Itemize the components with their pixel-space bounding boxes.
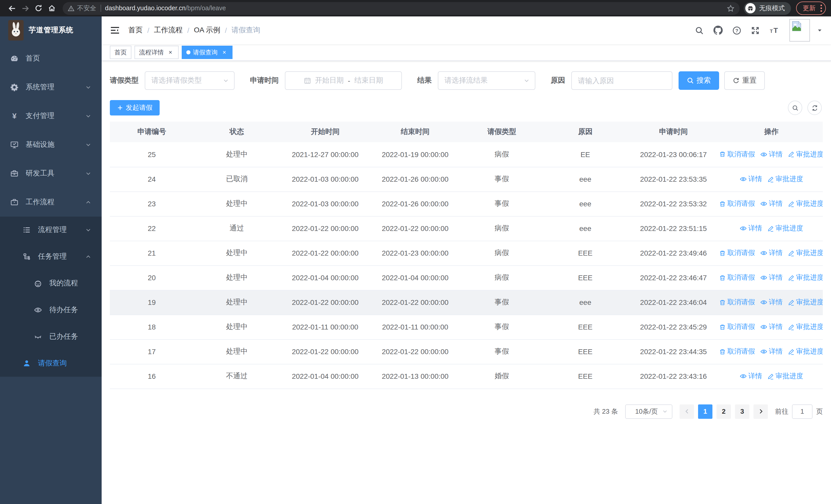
chevron-down-icon [662,409,668,414]
action-审批进度[interactable]: 审批进度 [788,150,823,159]
action-审批进度[interactable]: 审批进度 [767,175,803,184]
action-详情[interactable]: 详情 [760,150,783,159]
reason-input[interactable] [578,77,666,85]
action-审批进度[interactable]: 审批进度 [767,224,803,233]
action-详情[interactable]: 详情 [760,347,783,356]
action-取消请假[interactable]: 取消请假 [720,248,755,258]
tab-流程详情[interactable]: 流程详情× [135,46,179,59]
breadcrumb-item[interactable]: 首页 [128,26,143,35]
action-取消请假[interactable]: 取消请假 [720,298,755,307]
page-button-2[interactable]: 2 [717,404,731,419]
sidebar-item-请假查询[interactable]: 请假查询 [0,350,102,377]
close-icon[interactable]: × [167,49,174,56]
prev-page-button[interactable] [680,404,694,419]
yen-icon: ¥ [10,112,19,120]
filter-reason: 原因 [551,71,672,90]
action-详情[interactable]: 详情 [760,248,783,258]
action-取消请假[interactable]: 取消请假 [720,273,755,282]
date-range-picker[interactable]: 开始日期 - 结束日期 [285,71,402,90]
search-icon[interactable] [695,26,704,35]
pagination: 共 23 条 10条/页 123 前往 页 [110,404,823,419]
create-leave-button[interactable]: 发起请假 [110,100,160,116]
sidebar-item-待办任务[interactable]: 待办任务 [0,297,102,323]
sidebar-item-首页[interactable]: 首页 [0,44,102,73]
close-icon[interactable]: × [221,49,228,56]
cell-apply_time: 2022-01-22 23:53:32 [627,191,720,216]
hide-search-button[interactable] [788,100,802,115]
sidebar-item-基础设施[interactable]: 基础设施 [0,130,102,159]
tab-首页[interactable]: 首页 [110,46,132,59]
search-button[interactable]: 搜索 [679,71,719,90]
action-详情[interactable]: 详情 [740,372,762,381]
avatar[interactable] [790,19,810,41]
sidebar-item-已办任务[interactable]: 已办任务 [0,323,102,350]
browser-update-chip[interactable]: 更新 [796,2,826,15]
action-label: 详情 [769,150,783,159]
plus-icon [117,105,123,111]
github-icon[interactable] [713,26,723,35]
breadcrumb-item[interactable]: OA 示例 [194,26,221,35]
sidebar-item-任务管理[interactable]: 任务管理 [0,243,102,270]
page-size-select[interactable]: 10条/页 [625,404,672,419]
browser-reload-icon[interactable] [32,2,45,15]
sidebar-item-我的流程[interactable]: 我的流程 [0,270,102,297]
svg-text:T: T [770,28,773,34]
pager-buttons: 123 [672,404,768,419]
next-page-button[interactable] [753,404,768,419]
action-详情[interactable]: 详情 [740,224,762,233]
sidebar-item-支付管理[interactable]: ¥支付管理 [0,101,102,130]
action-取消请假[interactable]: 取消请假 [720,322,755,331]
sidebar-item-系统管理[interactable]: 系统管理 [0,73,102,101]
view-icon [760,151,767,158]
action-详情[interactable]: 详情 [760,199,783,208]
action-label: 取消请假 [727,273,755,282]
browser-forward-icon[interactable] [19,2,32,15]
action-审批进度[interactable]: 审批进度 [788,322,823,331]
delete-icon [720,348,725,355]
page-button-1[interactable]: 1 [698,404,712,419]
action-详情[interactable]: 详情 [760,298,783,307]
sidebar-item-研发工具[interactable]: 研发工具 [0,159,102,188]
action-取消请假[interactable]: 取消请假 [720,347,755,356]
cell-apply_time: 2022-01-22 23:45:29 [627,315,720,339]
action-详情[interactable]: 详情 [760,273,783,282]
update-label[interactable]: 更新 [803,4,815,12]
action-审批进度[interactable]: 审批进度 [788,248,823,258]
action-审批进度[interactable]: 审批进度 [788,199,823,208]
browser-home-icon[interactable] [45,2,58,15]
url-text[interactable]: dashboard.yudao.iocoder.cn/bpm/oa/leave [105,5,226,12]
goto-page-input[interactable] [792,404,812,419]
leave-type-select[interactable]: 请选择请假类型 [145,71,235,90]
result-select[interactable]: 请选择流结果 [438,71,535,90]
sidebar-collapse-icon[interactable] [110,25,120,35]
end-date-placeholder[interactable]: 结束日期 [354,76,383,85]
sidebar-item-流程管理[interactable]: 流程管理 [0,216,102,243]
action-详情[interactable]: 详情 [740,175,762,184]
reset-button[interactable]: 重置 [724,71,765,90]
fullscreen-icon[interactable] [751,26,760,35]
url-bar[interactable]: 不安全 dashboard.yudao.iocoder.cn/bpm/oa/le… [63,2,740,14]
cell-leave_type: 病假 [460,241,544,265]
action-取消请假[interactable]: 取消请假 [720,150,755,159]
chevron-down-icon[interactable] [816,27,823,33]
action-审批进度[interactable]: 审批进度 [767,372,803,381]
action-审批进度[interactable]: 审批进度 [788,298,823,307]
logo[interactable]: 芋道管理系统 [0,17,102,44]
breadcrumb-item[interactable]: 工作流程 [154,26,183,35]
browser-back-icon[interactable] [5,2,19,15]
bookmark-star-icon[interactable] [727,4,735,12]
help-icon[interactable]: ? [733,26,741,35]
action-label: 取消请假 [727,248,755,258]
start-date-placeholder[interactable]: 开始日期 [315,76,344,85]
sidebar-item-工作流程[interactable]: 工作流程 [0,188,102,216]
tab-请假查询[interactable]: 请假查询× [182,46,232,59]
action-审批进度[interactable]: 审批进度 [788,347,823,356]
action-详情[interactable]: 详情 [760,322,783,331]
not-secure-warning[interactable]: 不安全 [68,4,96,12]
action-审批进度[interactable]: 审批进度 [788,273,823,282]
page-button-3[interactable]: 3 [735,404,749,419]
action-取消请假[interactable]: 取消请假 [720,199,755,208]
refresh-table-button[interactable] [807,100,822,115]
cell-reason: eee [544,191,627,216]
font-size-icon[interactable]: TT [769,26,780,35]
